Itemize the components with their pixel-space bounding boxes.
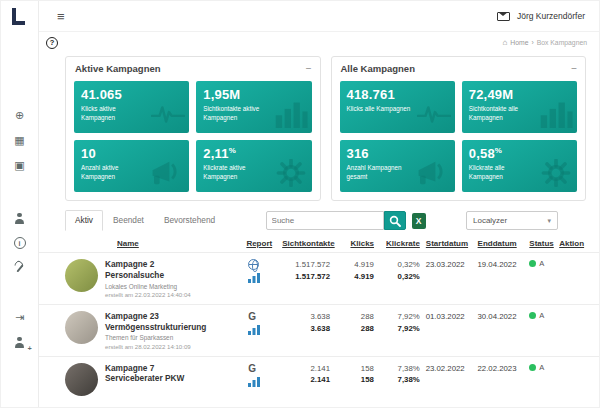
kpi-label: Sichtkontakte alle Kampagnen [469, 105, 538, 123]
status-cell: A [529, 311, 559, 320]
table-body: Kampagne 2 Personalsuche Lokales Online … [39, 252, 599, 406]
card-grid: 418.761 Klicks alle Kampagnen 72,49M [332, 78, 586, 200]
report-source-icon[interactable] [248, 259, 259, 270]
klicks-cell: 4.9194.919 [338, 259, 380, 282]
report-cell: G [246, 363, 282, 387]
table-toolbar: Aktiv Beendet Bevorstehend X Localyzer ▾ [39, 207, 599, 231]
avatar [65, 259, 98, 292]
kpi-card: 72,49M Sichtkontakte alle Kampagnen [462, 81, 577, 133]
card-icon [539, 159, 573, 187]
card-icon [151, 159, 185, 187]
startdatum-cell: 01.03.2022 [426, 311, 478, 323]
add-user-icon[interactable]: + [12, 334, 28, 350]
breadcrumb: ⌂ Home › Box Kampagnen [502, 38, 587, 47]
sichtkontakte-cell: 2.1412.141 [282, 363, 338, 386]
klicks-cell: 288288 [338, 311, 380, 334]
mail-icon[interactable] [497, 12, 510, 21]
column-header-enddatum[interactable]: Enddatum [478, 239, 530, 248]
name-cell: Kampagne 2 Personalsuche Lokales Online … [65, 259, 246, 299]
column-header-sichtkontakte[interactable]: Sichtkontakte [282, 239, 338, 248]
tab-beendet[interactable]: Beendet [103, 210, 154, 231]
report-chart-icon[interactable] [248, 325, 260, 335]
excel-export-icon[interactable]: X [412, 213, 426, 229]
klicks-cell: 158158 [338, 363, 380, 386]
column-header-aktion[interactable]: Aktion [559, 239, 599, 248]
logout-icon[interactable]: ⇥ [12, 309, 28, 325]
table-row: Kampagne 2 Personalsuche Lokales Online … [39, 252, 599, 304]
table-header: Name Report Sichtkontakte Klicks Klickra… [39, 231, 599, 252]
campaign-link[interactable]: Kampagne 7 Serviceberater PKW [105, 363, 188, 396]
startdatum-cell: 23.03.2022 [426, 259, 478, 271]
enddatum-cell: 19.04.2022 [477, 259, 529, 271]
filter-dropdown[interactable]: Localyzer ▾ [466, 211, 558, 230]
kpi-label: Klickrate aktive Kampagnen [203, 164, 272, 182]
kpi-label: Klicks aktive Kampagnen [81, 105, 150, 123]
status-badge: A [539, 363, 544, 372]
help-icon[interactable]: ? [46, 37, 58, 49]
card-icon [417, 159, 451, 187]
campaign-link[interactable]: Kampagne 23 Vermögensstrukturierung Them… [105, 311, 210, 351]
card-icon [417, 100, 451, 128]
card-icon [539, 100, 573, 128]
kpi-label: Sichtkontakte aktive Kampagnen [203, 105, 272, 123]
kpi-card: 418.761 Klicks alle Kampagnen [340, 81, 455, 133]
card-icon [274, 159, 308, 187]
card-icon [274, 100, 308, 128]
app-logo[interactable] [12, 8, 27, 25]
sichtkontakte-cell: 1.517.5721.517.572 [282, 259, 338, 282]
add-icon[interactable]: ⊕ [12, 107, 28, 123]
campaign-description: Themen für Sparkassen [105, 334, 206, 342]
menu-icon[interactable]: ≡ [57, 9, 65, 24]
status-dot [529, 312, 536, 319]
campaign-subname: Vermögensstrukturierung [105, 322, 206, 333]
column-header-status[interactable]: Status [529, 239, 559, 248]
report-source-icon[interactable]: G [248, 363, 256, 374]
report-chart-icon[interactable] [248, 273, 260, 283]
campaign-description: Lokales Online Marketing [105, 283, 191, 291]
home-icon: ⌂ [502, 38, 507, 47]
panel-active-campaigns: Aktive Kampagnen − 41.065 Klicks aktive … [65, 56, 321, 201]
tools-icon[interactable] [12, 260, 28, 276]
campaign-name: Kampagne 23 [105, 311, 206, 322]
enddatum-cell: 22.02.2023 [477, 363, 529, 375]
table-row: Kampagne 7 Serviceberater PKW G [39, 356, 599, 406]
sichtkontakte-cell: 3.6383.638 [282, 311, 338, 334]
campaign-name: Kampagne 2 [105, 259, 191, 270]
user-icon[interactable] [12, 210, 28, 226]
column-header-klicks[interactable]: Klicks [338, 239, 380, 248]
kpi-card: 10 Anzahl aktive Kampagnen [74, 140, 189, 192]
tabs: Aktiv Beendet Bevorstehend [65, 210, 225, 231]
tab-bevorstehend[interactable]: Bevorstehend [154, 210, 225, 231]
collapse-icon[interactable]: − [571, 65, 577, 73]
report-source-icon[interactable]: G [248, 311, 256, 322]
card-grid: 41.065 Klicks aktive Kampagnen 1,95M [66, 78, 320, 200]
subbar: ? ⌂ Home › Box Kampagnen [39, 32, 599, 53]
status-badge: A [539, 311, 544, 320]
column-header-klickrate[interactable]: Klickrate [380, 239, 426, 248]
status-cell: A [529, 363, 559, 372]
column-header-report[interactable]: Report [246, 239, 282, 248]
collapse-icon[interactable]: − [306, 65, 312, 73]
breadcrumb-home[interactable]: Home [510, 39, 528, 46]
column-header-name[interactable]: Name [65, 239, 246, 248]
avatar [65, 363, 98, 396]
kpi-panels: Aktive Kampagnen − 41.065 Klicks aktive … [39, 53, 599, 207]
table-row: Kampagne 23 Vermögensstrukturierung Them… [39, 304, 599, 356]
search-input[interactable] [266, 211, 384, 230]
campaign-link[interactable]: Kampagne 2 Personalsuche Lokales Online … [105, 259, 195, 299]
klickrate-cell: 7,38%7,38% [380, 363, 426, 386]
kpi-label: Klicks alle Kampagnen [347, 105, 416, 114]
filter-value: Localyzer [473, 216, 507, 225]
kpi-card: 2,11% Klickrate aktive Kampagnen [196, 140, 311, 192]
media-icon[interactable]: ▣ [12, 157, 28, 173]
campaign-created: erstellt am 22.03.2022 14:40:04 [105, 291, 191, 299]
search-button[interactable] [384, 211, 406, 230]
sidebar: ⊕ ▦ ▣ i ⇥ + [1, 1, 39, 407]
column-header-startdatum[interactable]: Startdatum [426, 239, 478, 248]
report-chart-icon[interactable] [248, 377, 260, 387]
tab-aktiv[interactable]: Aktiv [65, 210, 103, 231]
user-menu[interactable]: Jörg Kurzendörfer [497, 11, 585, 21]
stats-icon[interactable]: ▦ [12, 132, 28, 148]
info-icon[interactable]: i [12, 235, 28, 251]
panel-all-campaigns: Alle Kampagnen − 418.761 Klicks alle Kam… [331, 56, 587, 201]
